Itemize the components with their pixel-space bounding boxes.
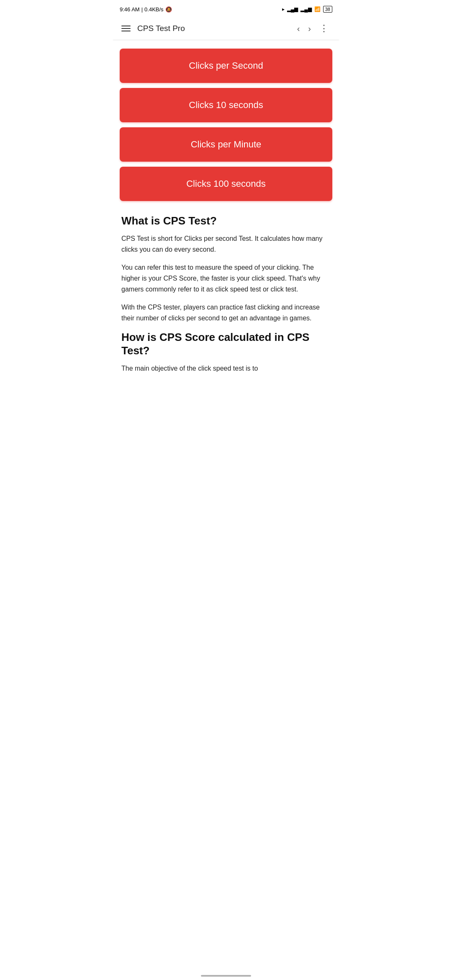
section2-paragraph-1: The main objective of the click speed te… (121, 363, 331, 374)
wifi-icon: 📶 (314, 6, 321, 12)
battery-icon: 38 (323, 6, 332, 13)
cps-button-grid: Clicks per Second Clicks 10 seconds Clic… (120, 49, 332, 201)
hamburger-line-2 (121, 28, 131, 29)
clicks-100-seconds-button[interactable]: Clicks 100 seconds (120, 167, 332, 201)
toolbar-actions: ‹ › ⋮ (294, 21, 332, 36)
section1-paragraph-2: You can refer this test to measure the s… (121, 262, 331, 294)
section2-heading: How is CPS Score calculated in CPS Test? (121, 331, 331, 357)
menu-button[interactable] (120, 24, 132, 33)
section1-paragraph-1: CPS Test is short for Clicks per second … (121, 233, 331, 255)
status-separator: | (141, 6, 143, 13)
hamburger-line-1 (121, 26, 131, 26)
more-options-button[interactable]: ⋮ (316, 21, 332, 36)
bluetooth-icon: ▸ (282, 6, 285, 12)
home-indicator (201, 975, 251, 977)
signal-bars-icon: ▂▄▆ (287, 6, 298, 12)
status-icons: ▸ ▂▄▆ ▂▄▆ 📶 38 (282, 6, 332, 13)
status-network-speed: 0.4KB/s (144, 6, 164, 13)
hamburger-line-3 (121, 31, 131, 31)
clicks-per-second-button[interactable]: Clicks per Second (120, 49, 332, 83)
notification-mute-icon: 🔕 (165, 6, 172, 13)
section1-heading: What is CPS Test? (121, 214, 331, 227)
status-bar: 9:46 AM | 0.4KB/s 🔕 ▸ ▂▄▆ ▂▄▆ 📶 38 (113, 0, 339, 17)
forward-button[interactable]: › (305, 22, 314, 35)
main-content: Clicks per Second Clicks 10 seconds Clic… (113, 40, 339, 389)
clicks-per-minute-button[interactable]: Clicks per Minute (120, 127, 332, 162)
status-time: 9:46 AM (120, 6, 140, 13)
toolbar: CPS Test Pro ‹ › ⋮ (113, 17, 339, 40)
signal-bars-2-icon: ▂▄▆ (300, 6, 312, 12)
section1-paragraph-3: With the CPS tester, players can practic… (121, 302, 331, 323)
toolbar-title: CPS Test Pro (137, 24, 294, 33)
clicks-10-seconds-button[interactable]: Clicks 10 seconds (120, 88, 332, 122)
back-button[interactable]: ‹ (294, 22, 303, 35)
article: What is CPS Test? CPS Test is short for … (120, 214, 332, 374)
status-time-network: 9:46 AM | 0.4KB/s 🔕 (120, 6, 172, 13)
